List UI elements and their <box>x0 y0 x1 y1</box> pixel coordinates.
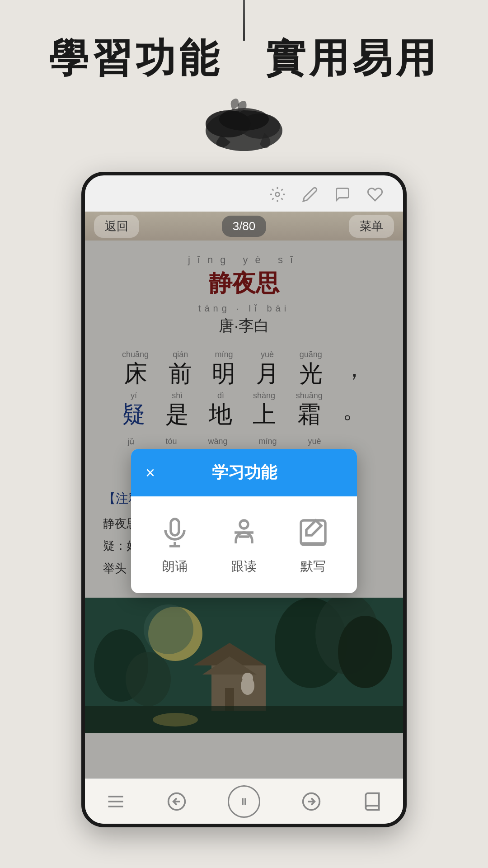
svg-point-24 <box>240 520 248 528</box>
phone-mockup: 返回 3/80 菜单 jīng yè sī 静夜思 táng · lǐ bái … <box>81 172 407 827</box>
recitation-item[interactable]: 朗诵 <box>157 514 193 575</box>
reading-icon <box>226 514 262 551</box>
settings-icon[interactable] <box>267 184 287 204</box>
microphone-icon <box>157 514 193 551</box>
follow-read-label: 跟读 <box>231 558 257 575</box>
pause-button[interactable] <box>228 785 260 818</box>
modal-header: × 学习功能 <box>131 449 357 496</box>
bottom-nav <box>85 778 403 824</box>
ink-blob <box>194 94 294 158</box>
nav-bar: 返回 3/80 菜单 <box>85 212 403 241</box>
page-indicator: 3/80 <box>222 216 267 237</box>
book-button[interactable] <box>362 792 382 811</box>
content-area: jīng yè sī 静夜思 táng · lǐ bái 唐·李白 chuāng… <box>85 241 403 778</box>
ink-drop-top <box>243 0 245 41</box>
next-button[interactable] <box>301 792 321 811</box>
svg-rect-21 <box>171 519 179 535</box>
menu-button[interactable]: 菜单 <box>349 215 394 238</box>
learning-modal: × 学习功能 朗诵 <box>131 449 357 593</box>
top-decoration-area: 學習功能 實用易用 <box>0 0 488 172</box>
menu-lines-button[interactable] <box>106 792 126 811</box>
comment-icon[interactable] <box>333 184 352 204</box>
modal-close-button[interactable]: × <box>145 465 155 481</box>
modal-body: 朗诵 跟读 <box>131 496 357 593</box>
follow-read-item[interactable]: 跟读 <box>226 514 262 575</box>
writing-icon <box>295 514 331 551</box>
dictation-label: 默写 <box>300 558 326 575</box>
back-button[interactable]: 返回 <box>94 215 139 238</box>
prev-button[interactable] <box>167 792 187 811</box>
favorite-icon[interactable] <box>365 184 385 204</box>
svg-point-4 <box>276 193 280 197</box>
dictation-item[interactable]: 默写 <box>295 514 331 575</box>
recitation-label: 朗诵 <box>162 558 188 575</box>
modal-title: 学习功能 <box>164 462 343 484</box>
top-icons-bar <box>267 184 385 204</box>
edit-icon[interactable] <box>300 184 320 204</box>
svg-point-3 <box>219 108 269 131</box>
